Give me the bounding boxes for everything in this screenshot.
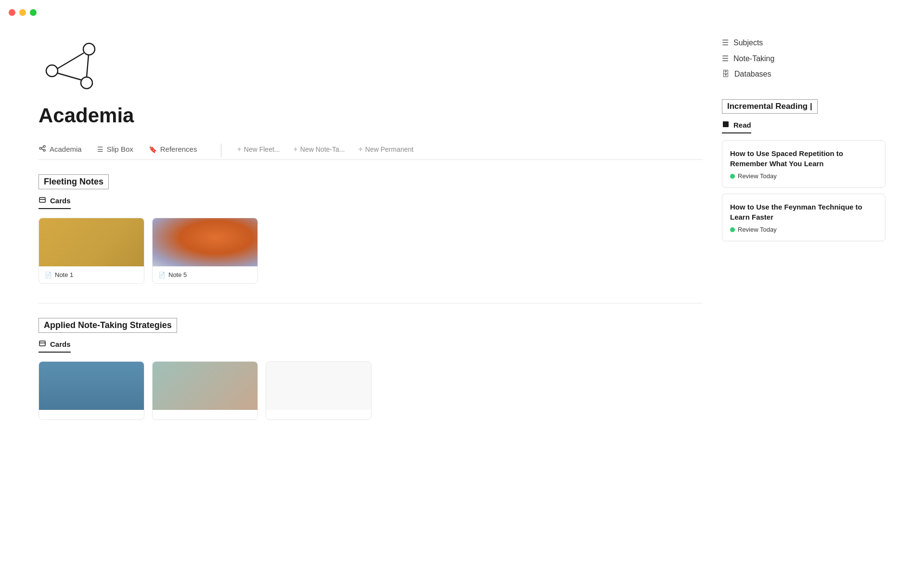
svg-point-7 (43, 145, 45, 147)
fleeting-cards-tab[interactable]: Cards (38, 196, 71, 209)
plus-icon-3: + (358, 145, 362, 154)
svg-rect-13 (39, 341, 45, 346)
card-footer-applied2 (153, 410, 257, 420)
plus-icon-1: + (237, 145, 241, 154)
svg-line-9 (41, 147, 43, 148)
reading-card-2-status: Review Today (730, 226, 877, 233)
sidebar-links: ☰ Subjects ☰ Note-Taking 🗄 Databases (722, 25, 886, 82)
card-label-note5: Note 5 (168, 271, 187, 278)
svg-line-10 (41, 149, 43, 150)
card-cover-applied2 (153, 362, 258, 410)
cards-tab-icon-1 (38, 196, 46, 205)
read-tab[interactable]: Read (722, 120, 751, 133)
svg-point-6 (39, 147, 41, 149)
card-footer-note5: 📄 Note 5 (153, 266, 257, 283)
sidebar-link-databases[interactable]: 🗄 Databases (722, 66, 886, 82)
card-footer-applied1 (39, 410, 144, 420)
applied-card-3[interactable] (266, 361, 372, 420)
new-note-ta-action[interactable]: + New Note-Ta... (287, 141, 352, 159)
svg-line-5 (87, 55, 89, 77)
svg-line-3 (58, 53, 84, 68)
card-cover-applied1 (39, 362, 144, 410)
references-tab-icon: 🔖 (149, 145, 157, 153)
svg-rect-11 (39, 197, 45, 202)
cards-tab-icon-2 (38, 340, 46, 349)
databases-icon: 🗄 (722, 70, 730, 79)
card-doc-icon-2: 📄 (158, 272, 166, 278)
status-dot-1 (730, 174, 735, 179)
incremental-reading-section: Incremental Reading | Read How to Use Sp… (722, 99, 886, 241)
card-cover-note5 (153, 218, 258, 266)
svg-point-0 (83, 43, 95, 55)
card-footer-note1: 📄 Note 1 (39, 266, 144, 283)
fleeting-cards-tab-label: Cards (50, 197, 71, 205)
tab-bar: Academia ☰ Slip Box 🔖 References + New F… (38, 141, 703, 160)
tab-slipbox-label: Slip Box (107, 145, 133, 153)
reading-card-1-status-label: Review Today (738, 172, 777, 180)
reading-card-1-title: How to Use Spaced Repetition to Remember… (730, 148, 877, 169)
svg-point-8 (43, 149, 45, 151)
new-permanent-action[interactable]: + New Permanent (351, 141, 420, 159)
applied-cards-grid (38, 361, 703, 420)
tab-academia[interactable]: Academia (38, 141, 90, 159)
fleeting-notes-section: Fleeting Notes Cards 📄 Note 1 (38, 174, 703, 284)
read-tab-label: Read (733, 121, 751, 129)
svg-point-1 (46, 65, 58, 77)
card-footer-applied3 (266, 410, 371, 420)
fleeting-notes-heading: Fleeting Notes (38, 174, 109, 189)
card-cover-note1 (39, 218, 144, 266)
incremental-pipe: | (810, 102, 812, 111)
tab-slipbox[interactable]: ☰ Slip Box (97, 141, 142, 159)
right-sidebar: ☰ Subjects ☰ Note-Taking 🗄 Databases Inc… (722, 25, 886, 439)
new-permanent-label: New Permanent (365, 145, 413, 153)
maximize-button[interactable] (30, 9, 37, 16)
reading-card-1[interactable]: How to Use Spaced Repetition to Remember… (722, 140, 886, 188)
subjects-label: Subjects (733, 39, 763, 47)
close-button[interactable] (9, 9, 15, 16)
slipbox-tab-icon: ☰ (97, 145, 103, 153)
tab-academia-label: Academia (50, 145, 82, 153)
incremental-reading-heading: Incremental Reading | (722, 99, 818, 114)
card-label-note1: Note 1 (55, 271, 73, 278)
reading-card-2[interactable]: How to Use the Feynman Technique to Lear… (722, 194, 886, 241)
card-doc-icon-1: 📄 (45, 272, 52, 278)
note-taking-icon: ☰ (722, 54, 729, 63)
svg-point-2 (81, 77, 92, 89)
status-dot-2 (730, 227, 735, 232)
plus-icon-2: + (294, 145, 298, 154)
reading-card-2-status-label: Review Today (738, 226, 777, 233)
page-title: Academia (38, 104, 703, 127)
minimize-button[interactable] (19, 9, 26, 16)
svg-rect-15 (723, 121, 729, 127)
new-note-ta-label: New Note-Ta... (300, 145, 345, 153)
sidebar-link-subjects[interactable]: ☰ Subjects (722, 35, 886, 51)
content-area: Academia Academia ☰ Slip Box 🔖 Reference… (38, 25, 722, 439)
tab-references[interactable]: 🔖 References (149, 141, 206, 159)
applied-cards-tab-label: Cards (50, 340, 71, 348)
svg-line-4 (58, 73, 81, 80)
sidebar-link-note-taking[interactable]: ☰ Note-Taking (722, 51, 886, 66)
academia-tab-icon (38, 144, 46, 154)
applied-card-2[interactable] (152, 361, 258, 420)
reading-card-1-status: Review Today (730, 172, 877, 180)
applied-notes-heading: Applied Note-Taking Strategies (38, 318, 177, 333)
main-layout: Academia Academia ☰ Slip Box 🔖 Reference… (0, 25, 924, 439)
applied-notes-section: Applied Note-Taking Strategies Cards (38, 318, 703, 420)
subjects-icon: ☰ (722, 38, 729, 47)
tab-references-label: References (160, 145, 197, 153)
titlebar (0, 0, 924, 25)
logo-area (38, 25, 703, 104)
card-cover-applied3 (266, 362, 372, 410)
new-fleet-label: New Fleet... (244, 145, 280, 153)
new-fleet-action[interactable]: + New Fleet... (230, 141, 286, 159)
read-tab-icon (722, 120, 730, 130)
fleeting-card-note5[interactable]: 📄 Note 5 (152, 218, 258, 284)
databases-label: Databases (734, 70, 771, 79)
section-divider-1 (38, 303, 703, 303)
fleeting-card-note1[interactable]: 📄 Note 1 (38, 218, 144, 284)
app-logo (38, 39, 106, 92)
note-taking-label: Note-Taking (733, 54, 774, 63)
fleeting-cards-grid: 📄 Note 1 📄 Note 5 (38, 218, 703, 284)
applied-card-1[interactable] (38, 361, 144, 420)
applied-cards-tab[interactable]: Cards (38, 340, 71, 353)
